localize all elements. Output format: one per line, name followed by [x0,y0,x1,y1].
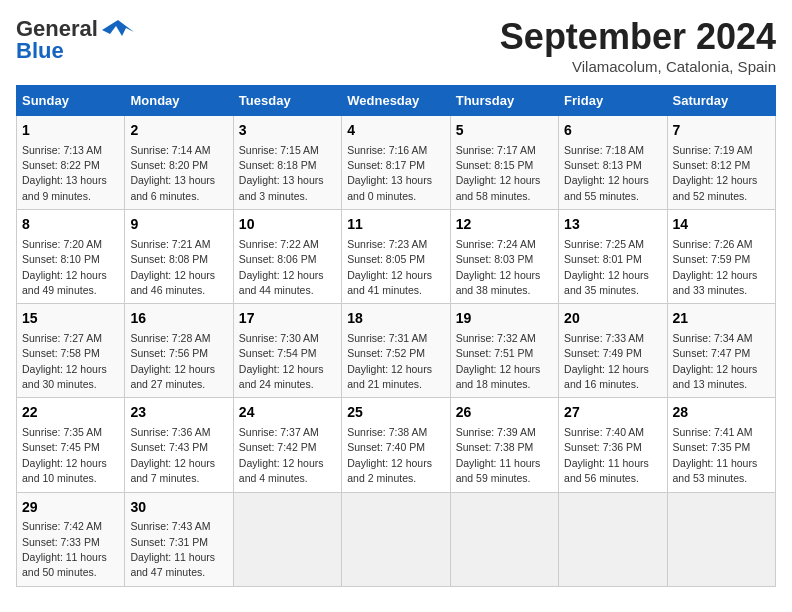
calendar-cell: 7 Sunrise: 7:19 AMSunset: 8:12 PMDayligh… [667,116,775,210]
calendar-cell: 16 Sunrise: 7:28 AMSunset: 7:56 PMDaylig… [125,304,233,398]
day-number: 12 [456,215,553,235]
calendar-cell: 5 Sunrise: 7:17 AMSunset: 8:15 PMDayligh… [450,116,558,210]
day-info: Sunrise: 7:21 AMSunset: 8:08 PMDaylight:… [130,238,215,296]
calendar-cell: 2 Sunrise: 7:14 AMSunset: 8:20 PMDayligh… [125,116,233,210]
day-number: 22 [22,403,119,423]
day-info: Sunrise: 7:19 AMSunset: 8:12 PMDaylight:… [673,144,758,202]
svg-marker-0 [102,20,134,36]
calendar-cell: 15 Sunrise: 7:27 AMSunset: 7:58 PMDaylig… [17,304,125,398]
logo: General Blue [16,16,134,64]
day-info: Sunrise: 7:41 AMSunset: 7:35 PMDaylight:… [673,426,758,484]
day-info: Sunrise: 7:38 AMSunset: 7:40 PMDaylight:… [347,426,432,484]
day-info: Sunrise: 7:20 AMSunset: 8:10 PMDaylight:… [22,238,107,296]
calendar-cell: 19 Sunrise: 7:32 AMSunset: 7:51 PMDaylig… [450,304,558,398]
day-number: 16 [130,309,227,329]
header-thursday: Thursday [450,86,558,116]
day-info: Sunrise: 7:35 AMSunset: 7:45 PMDaylight:… [22,426,107,484]
header-friday: Friday [559,86,667,116]
day-number: 1 [22,121,119,141]
calendar-cell: 9 Sunrise: 7:21 AMSunset: 8:08 PMDayligh… [125,210,233,304]
day-info: Sunrise: 7:36 AMSunset: 7:43 PMDaylight:… [130,426,215,484]
calendar-cell: 30 Sunrise: 7:43 AMSunset: 7:31 PMDaylig… [125,492,233,586]
calendar-row: 1 Sunrise: 7:13 AMSunset: 8:22 PMDayligh… [17,116,776,210]
day-number: 6 [564,121,661,141]
day-number: 8 [22,215,119,235]
header-saturday: Saturday [667,86,775,116]
day-number: 20 [564,309,661,329]
day-number: 18 [347,309,444,329]
day-info: Sunrise: 7:32 AMSunset: 7:51 PMDaylight:… [456,332,541,390]
calendar-cell: 17 Sunrise: 7:30 AMSunset: 7:54 PMDaylig… [233,304,341,398]
logo-bird-icon [102,18,134,40]
day-number: 19 [456,309,553,329]
calendar-cell: 1 Sunrise: 7:13 AMSunset: 8:22 PMDayligh… [17,116,125,210]
calendar-cell: 14 Sunrise: 7:26 AMSunset: 7:59 PMDaylig… [667,210,775,304]
calendar-row: 22 Sunrise: 7:35 AMSunset: 7:45 PMDaylig… [17,398,776,492]
day-info: Sunrise: 7:39 AMSunset: 7:38 PMDaylight:… [456,426,541,484]
calendar-cell: 26 Sunrise: 7:39 AMSunset: 7:38 PMDaylig… [450,398,558,492]
day-info: Sunrise: 7:15 AMSunset: 8:18 PMDaylight:… [239,144,324,202]
day-info: Sunrise: 7:33 AMSunset: 7:49 PMDaylight:… [564,332,649,390]
day-number: 24 [239,403,336,423]
day-info: Sunrise: 7:17 AMSunset: 8:15 PMDaylight:… [456,144,541,202]
day-number: 15 [22,309,119,329]
day-number: 5 [456,121,553,141]
header: General Blue September 2024 Vilamacolum,… [16,16,776,75]
calendar-cell [342,492,450,586]
day-number: 3 [239,121,336,141]
day-info: Sunrise: 7:16 AMSunset: 8:17 PMDaylight:… [347,144,432,202]
day-info: Sunrise: 7:22 AMSunset: 8:06 PMDaylight:… [239,238,324,296]
day-info: Sunrise: 7:30 AMSunset: 7:54 PMDaylight:… [239,332,324,390]
calendar-cell [233,492,341,586]
calendar-cell: 8 Sunrise: 7:20 AMSunset: 8:10 PMDayligh… [17,210,125,304]
header-monday: Monday [125,86,233,116]
calendar-cell [559,492,667,586]
day-number: 14 [673,215,770,235]
day-number: 10 [239,215,336,235]
day-info: Sunrise: 7:27 AMSunset: 7:58 PMDaylight:… [22,332,107,390]
day-number: 30 [130,498,227,518]
calendar-cell: 25 Sunrise: 7:38 AMSunset: 7:40 PMDaylig… [342,398,450,492]
header-sunday: Sunday [17,86,125,116]
calendar-cell: 4 Sunrise: 7:16 AMSunset: 8:17 PMDayligh… [342,116,450,210]
day-info: Sunrise: 7:37 AMSunset: 7:42 PMDaylight:… [239,426,324,484]
day-info: Sunrise: 7:14 AMSunset: 8:20 PMDaylight:… [130,144,215,202]
day-number: 28 [673,403,770,423]
calendar-row: 15 Sunrise: 7:27 AMSunset: 7:58 PMDaylig… [17,304,776,398]
logo-blue: Blue [16,38,64,64]
day-number: 27 [564,403,661,423]
calendar-cell: 12 Sunrise: 7:24 AMSunset: 8:03 PMDaylig… [450,210,558,304]
month-title: September 2024 [500,16,776,58]
day-number: 11 [347,215,444,235]
day-info: Sunrise: 7:13 AMSunset: 8:22 PMDaylight:… [22,144,107,202]
header-tuesday: Tuesday [233,86,341,116]
day-info: Sunrise: 7:23 AMSunset: 8:05 PMDaylight:… [347,238,432,296]
day-info: Sunrise: 7:40 AMSunset: 7:36 PMDaylight:… [564,426,649,484]
calendar-cell: 29 Sunrise: 7:42 AMSunset: 7:33 PMDaylig… [17,492,125,586]
day-number: 23 [130,403,227,423]
day-info: Sunrise: 7:43 AMSunset: 7:31 PMDaylight:… [130,520,215,578]
day-number: 4 [347,121,444,141]
calendar-cell: 24 Sunrise: 7:37 AMSunset: 7:42 PMDaylig… [233,398,341,492]
day-number: 26 [456,403,553,423]
calendar-cell: 11 Sunrise: 7:23 AMSunset: 8:05 PMDaylig… [342,210,450,304]
day-number: 13 [564,215,661,235]
day-number: 21 [673,309,770,329]
day-info: Sunrise: 7:42 AMSunset: 7:33 PMDaylight:… [22,520,107,578]
day-number: 25 [347,403,444,423]
calendar-cell: 22 Sunrise: 7:35 AMSunset: 7:45 PMDaylig… [17,398,125,492]
day-number: 7 [673,121,770,141]
title-area: September 2024 Vilamacolum, Catalonia, S… [500,16,776,75]
calendar-cell: 20 Sunrise: 7:33 AMSunset: 7:49 PMDaylig… [559,304,667,398]
header-wednesday: Wednesday [342,86,450,116]
calendar-cell: 3 Sunrise: 7:15 AMSunset: 8:18 PMDayligh… [233,116,341,210]
day-info: Sunrise: 7:18 AMSunset: 8:13 PMDaylight:… [564,144,649,202]
day-number: 29 [22,498,119,518]
day-number: 9 [130,215,227,235]
calendar-table: Sunday Monday Tuesday Wednesday Thursday… [16,85,776,587]
calendar-row: 29 Sunrise: 7:42 AMSunset: 7:33 PMDaylig… [17,492,776,586]
calendar-cell: 6 Sunrise: 7:18 AMSunset: 8:13 PMDayligh… [559,116,667,210]
day-info: Sunrise: 7:28 AMSunset: 7:56 PMDaylight:… [130,332,215,390]
calendar-cell [667,492,775,586]
day-info: Sunrise: 7:34 AMSunset: 7:47 PMDaylight:… [673,332,758,390]
